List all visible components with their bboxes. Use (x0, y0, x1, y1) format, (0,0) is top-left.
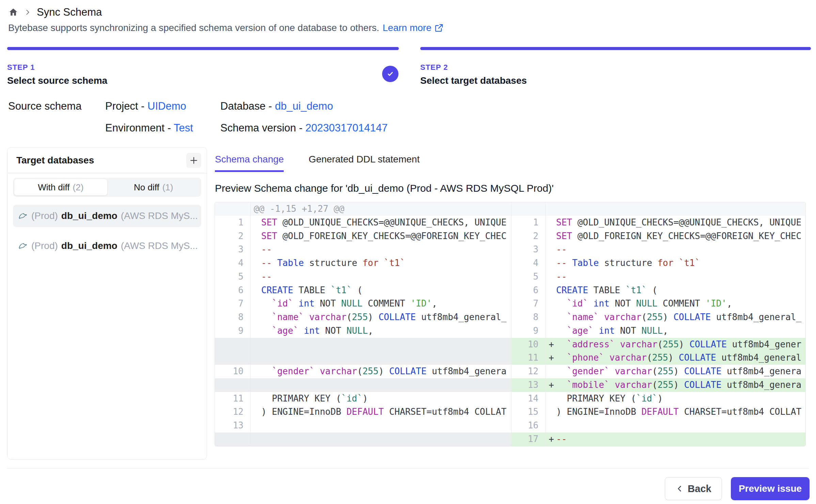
code-token: 'ID' (410, 298, 432, 309)
code-token (588, 298, 594, 309)
diff-row: 1316 (215, 419, 805, 432)
code-token: DEFAULT (346, 407, 384, 417)
code-token: , (727, 298, 732, 309)
target-database-item[interactable]: (Prod) db_ui_demo (AWS RDS MyS... (13, 205, 201, 227)
tab-with-diff[interactable]: With diff (2) (14, 179, 107, 195)
code-token: PRIMARY KEY ( (261, 393, 341, 404)
line-number-cell: 13 (511, 378, 545, 392)
line-number-cell: 6 (511, 284, 545, 297)
code-token: 255 (657, 366, 673, 376)
field-separator: - (164, 122, 174, 134)
environment-link[interactable]: Test (174, 122, 193, 134)
code-token: 255 (362, 366, 378, 376)
added-line-sign: + (546, 351, 556, 365)
footer-divider (7, 468, 809, 469)
code-token: -- (261, 258, 277, 268)
code-token: -- (556, 244, 567, 254)
tab-no-diff-count: (1) (162, 182, 173, 193)
code-cell: SET @OLD_UNIQUE_CHECKS=@@UNIQUE_CHECKS, … (250, 216, 511, 230)
mysql-icon (18, 241, 28, 251)
code-token: 255 (647, 312, 663, 322)
code-token (378, 258, 384, 268)
tab-generated-ddl[interactable]: Generated DDL statement (309, 154, 420, 172)
home-icon[interactable] (8, 7, 18, 17)
database-link[interactable]: db_ui_demo (275, 100, 333, 112)
line-number-cell: 12 (511, 365, 545, 378)
code-token: NULL (636, 298, 658, 309)
code-cell: -- (545, 270, 805, 284)
code-cell: -- Table structure for `t1` (250, 256, 511, 270)
code-token: utf8mb4_genera (721, 380, 801, 390)
code-token: ) ENGINE=InnoDB (261, 407, 346, 417)
page-description: Bytebase supports synchronizing a specif… (8, 22, 444, 33)
code-cell: PRIMARY KEY (`id`) (545, 392, 805, 406)
code-token (599, 312, 604, 322)
diff-row: 4-- Table structure for `t1`4-- Table st… (215, 256, 805, 270)
add-target-database-button[interactable] (186, 153, 201, 168)
code-token: NOT (610, 298, 636, 309)
schema-version-field-name: Schema version (220, 122, 296, 134)
code-cell (250, 378, 511, 392)
code-token: -- (556, 271, 567, 282)
tab-schema-change[interactable]: Schema change (215, 154, 284, 172)
line-number-cell: 2 (215, 230, 250, 243)
code-cell: ) ENGINE=InnoDB DEFAULT CHARSET=utf8mb4 … (545, 405, 805, 419)
code-token: for (362, 258, 378, 268)
code-token: `address` (567, 339, 615, 349)
code-token: `gender` (272, 366, 314, 376)
code-token: `age` (272, 326, 298, 336)
schema-diff-viewer[interactable]: @@ -1,15 +1,27 @@1SET @OLD_UNIQUE_CHECKS… (215, 202, 806, 446)
code-token: TABLE (588, 285, 626, 295)
step-complete-badge (382, 66, 398, 82)
code-token: COLLATE (684, 380, 722, 390)
line-number-cell: 10 (511, 338, 545, 351)
target-database-item[interactable]: (Prod) db_ui_demo (AWS RDS MyS... (13, 235, 201, 257)
code-token: Table (572, 258, 599, 268)
code-cell: `name` varchar(255) COLLATE utf8mb4_gene… (545, 311, 805, 324)
code-token (615, 339, 620, 349)
code-token (556, 339, 567, 349)
environment-field: Environment - Test (105, 122, 193, 134)
code-token: utf8mb4_gener (727, 339, 801, 349)
code-token: COLLATE (684, 366, 722, 376)
code-token: ( (647, 285, 657, 295)
page-title: Sync Schema (37, 6, 102, 18)
chevron-left-icon (675, 484, 684, 493)
line-number-cell: 3 (511, 243, 545, 256)
code-token: NULL (341, 298, 363, 309)
step-1-label: STEP 1 (7, 63, 399, 72)
code-cell: `name` varchar(255) COLLATE utf8mb4_gene… (250, 311, 511, 324)
preview-issue-button-label: Preview issue (739, 483, 802, 494)
code-token: `age` (567, 326, 593, 336)
code-token: varchar (615, 366, 652, 376)
database-field-name: Database (220, 100, 266, 112)
code-token: SET (261, 231, 277, 241)
description-text: Bytebase supports synchronizing a specif… (8, 22, 379, 33)
code-token: @OLD_UNIQUE_CHECKS=@@UNIQUE_CHECKS, UNIQ… (572, 217, 801, 227)
db-name-label: db_ui_demo (61, 210, 117, 221)
schema-version-link[interactable]: 20230317014147 (305, 122, 388, 134)
step-2-progress-bar (420, 47, 811, 50)
back-button[interactable]: Back (665, 477, 722, 500)
code-token: COMMENT (362, 298, 410, 309)
code-token: `t1` (384, 258, 405, 268)
code-token: NOT (315, 298, 341, 309)
project-link[interactable]: UIDemo (147, 100, 186, 112)
code-token (261, 326, 272, 336)
code-cell: -- (250, 243, 511, 256)
diff-row: 2SET @OLD_FOREIGN_KEY_CHECKS=@@FOREIGN_K… (215, 230, 805, 243)
code-token: `id` (567, 298, 588, 309)
code-cell: `gender` varchar(255) COLLATE utf8mb4_ge… (545, 365, 805, 378)
code-token: DEFAULT (641, 407, 679, 417)
target-databases-panel: Target databases With diff (2) No diff (… (7, 147, 207, 460)
learn-more-link[interactable]: Learn more (383, 22, 444, 33)
code-token: `gender` (567, 366, 609, 376)
preview-issue-button[interactable]: Preview issue (731, 477, 810, 500)
code-token: structure (599, 258, 657, 268)
code-token: CHARSET=utf8mb4 COLLAT (679, 407, 801, 417)
code-token: ) ENGINE=InnoDB (556, 407, 641, 417)
code-token: varchar (320, 366, 357, 376)
field-separator: - (138, 100, 147, 112)
tab-no-diff[interactable]: No diff (1) (107, 179, 200, 195)
code-token: SET (556, 231, 572, 241)
